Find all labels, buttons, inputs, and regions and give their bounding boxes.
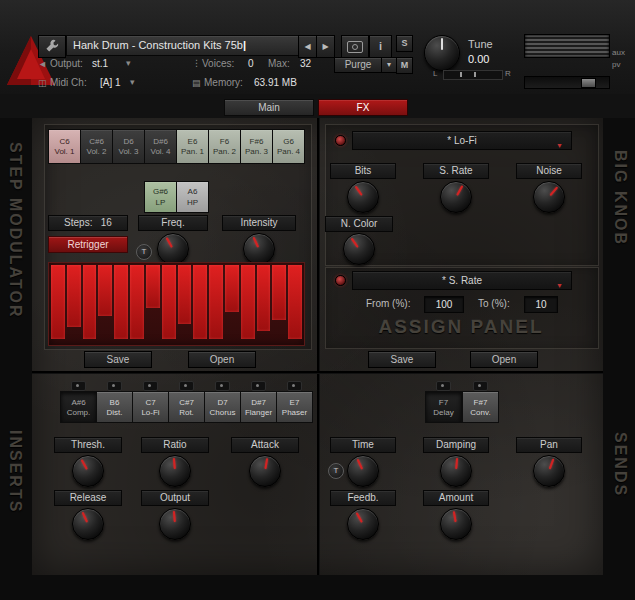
step-bar[interactable]	[288, 265, 302, 339]
insert-slot-dist[interactable]: B6 Dist.	[96, 391, 133, 423]
amount-knob[interactable]	[440, 508, 472, 540]
ncolor-knob[interactable]	[343, 233, 375, 265]
edit-wrench-button[interactable]	[38, 35, 66, 58]
freq-knob[interactable]	[157, 233, 189, 265]
key-cell-csharp6[interactable]: C#6 Vol. 2	[80, 129, 113, 164]
step-bar[interactable]	[83, 265, 97, 339]
key-cell-gsharp6[interactable]: G#6 LP	[144, 181, 177, 213]
insert-slot-rot[interactable]: C#7 Rot.	[168, 391, 205, 423]
from-value[interactable]: 100	[424, 296, 464, 313]
key-cell-e6[interactable]: E6 Pan. 1	[176, 129, 209, 164]
purge-dropdown-button[interactable]: ▾	[381, 57, 397, 73]
prev-instrument-button[interactable]: ◀	[298, 35, 317, 58]
freq-tempo-sync-toggle[interactable]: T	[136, 244, 152, 260]
insert-led-comp[interactable]	[71, 381, 86, 391]
key-cell-c6[interactable]: C6 Vol. 1	[48, 129, 81, 164]
tune-value[interactable]: 0.00	[468, 53, 489, 65]
noise-knob[interactable]	[533, 181, 565, 213]
key-cell-dsharp6[interactable]: D#6 Vol. 4	[144, 129, 177, 164]
step-bar[interactable]	[146, 265, 160, 308]
insert-led-flanger[interactable]	[251, 381, 266, 391]
mute-button[interactable]: M	[396, 57, 413, 74]
step-bar[interactable]	[178, 265, 192, 324]
tab-fx[interactable]: FX	[318, 99, 408, 116]
key-cell-a6[interactable]: A6 HP	[176, 181, 209, 213]
purge-button[interactable]: Purge	[334, 57, 382, 73]
insert-led-phaser[interactable]	[287, 381, 302, 391]
stepmod-open-button[interactable]: Open	[188, 351, 256, 368]
insert-slot-comp[interactable]: A#6 Comp.	[60, 391, 97, 423]
step-bar[interactable]	[162, 265, 176, 339]
max-value[interactable]: 32	[300, 58, 311, 69]
insert-slot-phaser[interactable]: E7 Phaser	[276, 391, 313, 423]
solo-button[interactable]: S	[396, 35, 413, 52]
pan-knob[interactable]	[533, 455, 565, 487]
step-sequencer[interactable]	[48, 262, 305, 346]
stepmod-save-button[interactable]: Save	[84, 351, 152, 368]
instrument-name-field[interactable]: Hank Drum - Construction Kits 75b|	[66, 35, 306, 56]
snapshot-camera-button[interactable]	[341, 35, 369, 58]
srate-knob[interactable]	[440, 181, 472, 213]
output-value[interactable]: st.1	[92, 58, 108, 69]
time-tempo-sync-toggle[interactable]: T	[328, 463, 344, 479]
step-bar[interactable]	[114, 265, 128, 339]
send-slot-delay[interactable]: F7 Delay	[425, 391, 462, 423]
step-bar[interactable]	[67, 265, 81, 327]
assign-target-selector[interactable]: * S. Rate ▼	[352, 271, 572, 290]
steps-value: 16	[101, 217, 112, 228]
midi-channel-value[interactable]: [A] 1	[100, 77, 121, 88]
midi-dropdown-icon[interactable]: ▾	[130, 77, 135, 87]
step-bar[interactable]	[272, 265, 286, 320]
output-knob[interactable]	[159, 508, 191, 540]
fx-open-button[interactable]: Open	[470, 351, 538, 368]
step-bar[interactable]	[193, 265, 207, 339]
key-cell-f6[interactable]: F6 Pan. 2	[208, 129, 241, 164]
fx-save-button[interactable]: Save	[368, 351, 436, 368]
to-value[interactable]: 10	[524, 296, 558, 313]
tune-knob[interactable]	[424, 35, 460, 71]
retrigger-button[interactable]: Retrigger	[48, 236, 128, 253]
step-bar[interactable]	[98, 265, 112, 316]
step-bar[interactable]	[130, 265, 144, 339]
insert-slot-flanger[interactable]: D#7 Flanger	[240, 391, 277, 423]
key-cell-g6[interactable]: G6 Pan. 4	[272, 129, 305, 164]
feedb-knob[interactable]	[347, 508, 379, 540]
pan-slider-handle[interactable]	[581, 78, 596, 88]
send-led-delay[interactable]	[436, 381, 451, 391]
step-bar[interactable]	[225, 265, 239, 312]
send-led-conv[interactable]	[473, 381, 488, 391]
key-cell-d6[interactable]: D6 Vol. 3	[112, 129, 145, 164]
fx-slot1-selector[interactable]: * Lo-Fi ▼	[352, 131, 572, 150]
thresh-knob[interactable]	[72, 455, 104, 487]
pan-slider[interactable]	[524, 76, 610, 89]
insert-slot-chorus[interactable]: D7 Chorus	[204, 391, 241, 423]
fx-slot1-led[interactable]	[335, 135, 346, 146]
time-knob[interactable]	[347, 455, 379, 487]
assign-slot-led[interactable]	[335, 275, 346, 286]
steps-display[interactable]: Steps: 16	[48, 215, 128, 231]
intensity-knob[interactable]	[243, 233, 275, 265]
step-bar[interactable]	[51, 265, 65, 339]
release-knob[interactable]	[72, 508, 104, 540]
next-instrument-button[interactable]: ▶	[316, 35, 335, 58]
send-slot-conv[interactable]: F#7 Conv.	[462, 391, 499, 423]
step-bar[interactable]	[241, 265, 255, 339]
bottom-frame	[0, 575, 635, 600]
output-dropdown-icon[interactable]: ▾	[126, 58, 131, 68]
bits-knob[interactable]	[347, 181, 379, 213]
insert-led-rot[interactable]	[179, 381, 194, 391]
key-cell-fsharp6[interactable]: F#6 Pan. 3	[240, 129, 273, 164]
ratio-knob[interactable]	[159, 455, 191, 487]
insert-led-lofi[interactable]	[143, 381, 158, 391]
step-bar[interactable]	[257, 265, 271, 331]
knob-pointer	[453, 511, 457, 522]
step-bar[interactable]	[209, 265, 223, 339]
damping-knob[interactable]	[440, 455, 472, 487]
info-button[interactable]: i	[369, 35, 392, 58]
attack-knob[interactable]	[249, 455, 281, 487]
key-label: Vol. 1	[49, 147, 80, 156]
tab-main[interactable]: Main	[224, 99, 314, 116]
insert-led-chorus[interactable]	[215, 381, 230, 391]
insert-slot-lofi[interactable]: C7 Lo-Fi	[132, 391, 169, 423]
insert-led-dist[interactable]	[107, 381, 122, 391]
